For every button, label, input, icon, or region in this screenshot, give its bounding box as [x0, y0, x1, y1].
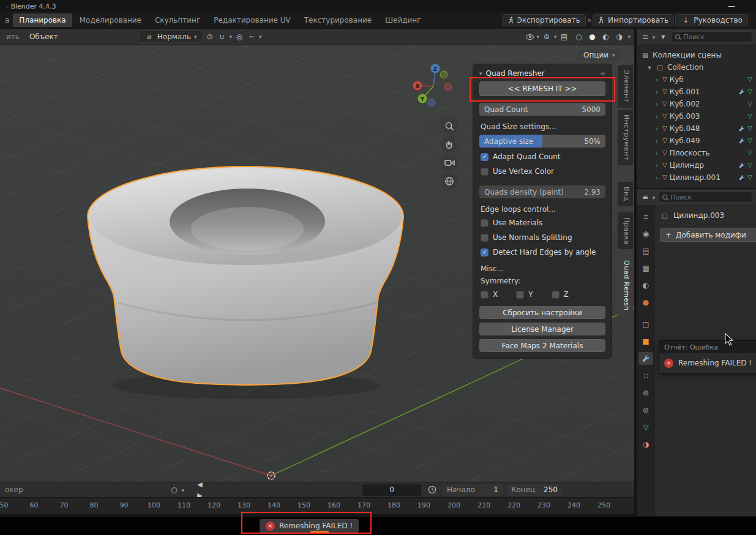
- editor-type-dropdown[interactable]: ≡ ▾: [640, 193, 655, 201]
- symmetry-x[interactable]: X: [481, 290, 498, 299]
- chevron-down-icon[interactable]: ▾: [181, 487, 184, 493]
- modifiers-tab-icon[interactable]: [638, 352, 653, 365]
- properties-search[interactable]: [658, 192, 752, 203]
- modifier-wrench-icon[interactable]: [739, 125, 745, 132]
- panel-header[interactable]: ▾ Quad Remesher ≡: [479, 69, 605, 78]
- chevron-down-icon[interactable]: ▾: [230, 34, 233, 40]
- scene-browse-button[interactable]: ◉ ▾: [749, 14, 756, 26]
- object-tab-icon[interactable]: ■: [638, 335, 653, 348]
- remesh-it-button[interactable]: << REMESH IT >>: [479, 81, 605, 96]
- modifier-wrench-icon[interactable]: [739, 138, 745, 144]
- axis-x-positive[interactable]: X: [413, 81, 422, 91]
- checkbox-unchecked[interactable]: [481, 291, 488, 299]
- tab-item[interactable]: Элемент: [618, 65, 633, 108]
- viewport-3d[interactable]: Опции ▾ Z X Y: [0, 45, 634, 482]
- frame-start-field[interactable]: Начало 1: [442, 484, 503, 496]
- object-menu[interactable]: Объект: [24, 31, 63, 43]
- collapse-icon[interactable]: ▾: [646, 64, 653, 72]
- transform-orientation-dropdown[interactable]: ⌀ Нормаль ▾: [139, 31, 203, 43]
- world-tab-icon[interactable]: ●: [638, 296, 653, 309]
- outliner-item[interactable]: › ▽ Куб.049 ▽: [640, 135, 754, 147]
- pan-tool[interactable]: [441, 136, 458, 153]
- window-minimize-button[interactable]: —: [728, 2, 735, 10]
- expand-icon[interactable]: ›: [654, 149, 660, 157]
- overlays-icon[interactable]: ▤: [559, 32, 569, 41]
- axis-z-negative[interactable]: [428, 99, 435, 107]
- particles-tab-icon[interactable]: ∷: [638, 369, 653, 382]
- camera-view-tool[interactable]: [441, 154, 458, 171]
- auto-key-group[interactable]: ○ ▾: [170, 485, 184, 494]
- axis-y-positive[interactable]: Y: [418, 94, 427, 103]
- guide-button[interactable]: ↓ Руководство: [675, 14, 748, 26]
- axis-z-positive[interactable]: Z: [431, 64, 440, 73]
- play-reverse-button[interactable]: ◀: [193, 482, 206, 490]
- shading-solid-icon[interactable]: ●: [587, 32, 597, 41]
- outliner-item[interactable]: › ▽ Цилиндр ▽: [640, 159, 754, 171]
- facemaps-materials-button[interactable]: Face Maps 2 Materials: [479, 339, 605, 352]
- properties-search-input[interactable]: [670, 193, 748, 201]
- checkbox-unchecked[interactable]: [481, 219, 488, 227]
- outliner-item[interactable]: › ▽ Куб.003 ▽: [640, 110, 754, 122]
- collapse-chevrons-icon[interactable]: »: [587, 16, 591, 24]
- outliner-item[interactable]: › ▽ Плоскость ▽: [640, 147, 754, 159]
- mesh-data-icon[interactable]: ▽: [747, 89, 752, 95]
- mesh-data-icon[interactable]: ▽: [747, 138, 752, 144]
- scene-collection-row[interactable]: ▤ Коллекции сцены: [640, 49, 754, 61]
- license-manager-button[interactable]: License Manager: [479, 323, 605, 335]
- expand-icon[interactable]: ›: [654, 137, 660, 145]
- outliner-search[interactable]: [671, 31, 752, 42]
- options-dropdown[interactable]: Опции ▾: [578, 49, 621, 61]
- tab-uv-editing[interactable]: Редактирование UV: [208, 13, 297, 27]
- expand-icon[interactable]: ›: [654, 174, 660, 182]
- adaptive-size-slider[interactable]: Adaptive size 50%: [479, 135, 605, 148]
- render-tab-icon[interactable]: ◉: [638, 227, 653, 240]
- collection-row[interactable]: ▾ □ Collection: [640, 61, 754, 73]
- checkbox-unchecked[interactable]: [481, 168, 488, 176]
- shading-rendered-icon[interactable]: ◑: [614, 32, 624, 41]
- expand-icon[interactable]: ›: [654, 88, 660, 96]
- expand-icon[interactable]: ›: [654, 162, 660, 170]
- mesh-data-icon[interactable]: ▽: [747, 101, 752, 107]
- checkbox-checked[interactable]: ✓: [481, 249, 488, 256]
- editor-type-dropdown[interactable]: ≡ ▾: [640, 32, 655, 41]
- shading-wireframe-icon[interactable]: ○: [574, 32, 583, 41]
- axis-x-negative[interactable]: [444, 83, 452, 91]
- checkbox-checked[interactable]: ✓: [481, 153, 488, 161]
- physics-tab-icon[interactable]: ⊚: [638, 386, 653, 399]
- reset-settings-button[interactable]: Сбросить настройки: [479, 306, 605, 319]
- proportional-editing-icon[interactable]: ◎: [234, 32, 244, 41]
- checkbox-unchecked[interactable]: [552, 291, 560, 299]
- quad-count-slider[interactable]: Quad Count 5000: [479, 103, 605, 116]
- checkbox-unchecked[interactable]: [516, 291, 524, 299]
- modifier-wrench-icon[interactable]: [739, 89, 745, 95]
- object-data-tab-icon[interactable]: ▽: [638, 421, 653, 433]
- symmetry-y[interactable]: Y: [516, 290, 533, 299]
- scene-tab-icon[interactable]: ◐: [638, 279, 653, 291]
- adapt-quad-count-row[interactable]: ✓ Adapt Quad Count: [479, 151, 605, 162]
- navigation-gizmo[interactable]: Z X Y: [408, 58, 459, 114]
- checkbox-unchecked[interactable]: [481, 234, 488, 242]
- quads-density-field[interactable]: Quads density (paint) 2.93: [479, 185, 605, 198]
- use-normals-row[interactable]: Use Normals Splitting: [479, 232, 605, 243]
- frame-end-field[interactable]: Конец 250: [506, 484, 563, 496]
- tab-quad-remesh[interactable]: Quad Remesh: [618, 255, 633, 315]
- visibility-dropdown[interactable]: ▾: [526, 34, 539, 40]
- mesh-data-icon[interactable]: ▽: [747, 125, 752, 132]
- record-icon[interactable]: ○: [170, 485, 179, 494]
- axis-y-negative[interactable]: [440, 71, 447, 78]
- outliner-item[interactable]: › ▽ Куб ▽: [640, 73, 754, 86]
- modifier-wrench-icon[interactable]: [739, 174, 745, 181]
- outliner-item[interactable]: › ▽ Куб.001 ▽: [640, 86, 754, 98]
- chevron-down-icon[interactable]: ▾: [627, 34, 631, 40]
- mesh-data-icon[interactable]: ▽: [747, 174, 752, 181]
- tab-shading[interactable]: Шейдинг: [379, 13, 427, 27]
- tab-sculpting[interactable]: Скульптинг: [149, 13, 206, 27]
- constraints-tab-icon[interactable]: ⊘: [638, 403, 653, 416]
- modifier-wrench-icon[interactable]: [739, 162, 745, 168]
- tool-tab-icon[interactable]: ≡: [638, 210, 653, 223]
- symmetry-z[interactable]: Z: [552, 290, 569, 299]
- outliner-item[interactable]: › ▽ Цилиндр.001 ▽: [640, 171, 754, 184]
- mesh-data-icon[interactable]: ▽: [747, 113, 752, 119]
- output-tab-icon[interactable]: ▤: [638, 244, 653, 257]
- snap-magnet-icon[interactable]: ∪: [217, 32, 227, 41]
